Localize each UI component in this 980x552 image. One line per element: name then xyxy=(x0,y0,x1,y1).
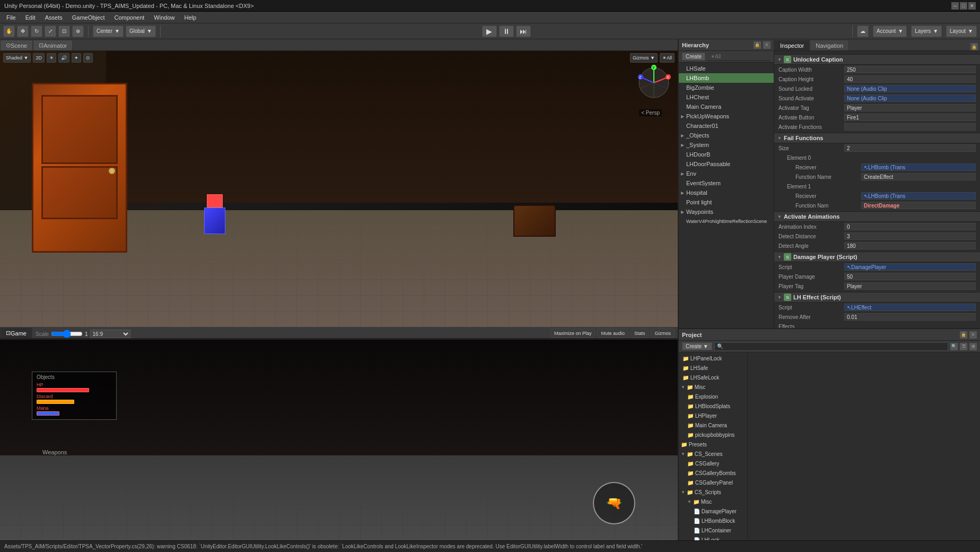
project-menu-btn[interactable]: ≡ xyxy=(969,331,977,339)
play-button[interactable]: ▶ xyxy=(482,25,497,37)
folder-cs-misc[interactable]: ▼ 📁 Misc xyxy=(679,497,747,506)
cloud-button[interactable]: ☁ xyxy=(857,25,869,37)
folder-csgallerybombs[interactable]: 📁 CSGalleryBombs xyxy=(679,468,747,478)
tab-inspector[interactable]: Inspector xyxy=(774,40,810,50)
folder-csgallerypanel[interactable]: 📁 CSGalleryPanel xyxy=(679,478,747,487)
maximize-on-play-btn[interactable]: Maximize on Play xyxy=(550,329,596,338)
folder-pickupbobby[interactable]: 📁 pickupbobbypins xyxy=(679,430,747,439)
hierarchy-item-water[interactable]: WaterV4ProNighttimeReflectionScene xyxy=(679,217,774,226)
hierarchy-item-lhdoorpassable[interactable]: LHDoorPassable xyxy=(679,159,774,169)
hierarchy-item-lhdoorb[interactable]: LHDoorB xyxy=(679,150,774,159)
transform-rect-tool[interactable]: ⊡ xyxy=(58,25,70,37)
account-dropdown[interactable]: Account ▼ xyxy=(873,25,907,37)
hierarchy-item-lhsafe[interactable]: LHSafe xyxy=(679,64,774,73)
folder-lhcontainer[interactable]: 📄 LHContainer xyxy=(679,525,747,535)
folder-csgallery[interactable]: 📁 CSGallery xyxy=(679,459,747,468)
tab-animator[interactable]: ⊡ Animator xyxy=(33,40,73,50)
scene-gizmos-dropdown[interactable]: Gizmos ▼ xyxy=(630,53,658,63)
folder-maincamera[interactable]: 📁 Main Camera xyxy=(679,420,747,430)
aspect-select[interactable]: 16:9 Free Aspect 4:3 xyxy=(90,330,130,338)
gizmos-btn[interactable]: Gizmos xyxy=(651,329,675,338)
close-button[interactable]: ✕ xyxy=(968,2,976,10)
step-button[interactable]: ⏭ xyxy=(516,25,531,37)
layout-dropdown[interactable]: Layout ▼ xyxy=(946,25,977,37)
folder-lhbombblock[interactable]: 📄 LHBombBlock xyxy=(679,516,747,525)
folder-lhbloodsplats[interactable]: 📁 LHBloodSplats xyxy=(679,401,747,411)
coord-mode-dropdown[interactable]: Global ▼ xyxy=(126,25,156,37)
tab-scene[interactable]: ⊙ Scene xyxy=(0,40,33,50)
project-lock-btn[interactable]: 🔒 xyxy=(960,331,967,339)
menu-file[interactable]: File xyxy=(2,13,20,22)
transform-hand-tool[interactable]: ✋ xyxy=(3,25,15,37)
hierarchy-item-maincamera[interactable]: Main Camera xyxy=(679,102,774,111)
scene-view[interactable]: Shaded ▼ 2D ☀ 🔊 ✦ ⊙ Gizmos ▼ ✶All < Pers… xyxy=(0,51,678,327)
hierarchy-item-env[interactable]: ▶ Env xyxy=(679,169,774,178)
hierarchy-item-waypoints[interactable]: ▶ Waypoints xyxy=(679,207,774,217)
hierarchy-menu-btn[interactable]: ≡ xyxy=(763,41,771,49)
maximize-button[interactable]: □ xyxy=(960,2,967,10)
hierarchy-item-system[interactable]: ▶ _System xyxy=(679,140,774,150)
folder-lhsafelock[interactable]: 📁 LHSafeLock xyxy=(679,373,747,382)
hierarchy-item-eventsystem[interactable]: EventSystem xyxy=(679,178,774,188)
mute-audio-btn[interactable]: Mute audio xyxy=(597,329,628,338)
folder-presets[interactable]: 📁 Presets xyxy=(679,439,747,449)
hierarchy-create-btn[interactable]: Create xyxy=(682,53,705,61)
folder-csscripts[interactable]: ▼ 📁 CS_Scripts xyxy=(679,487,747,497)
tab-game[interactable]: ⊡ Game xyxy=(0,327,32,338)
section-header-unlocked[interactable]: ▼ S Unlocked Caption xyxy=(774,54,980,65)
hierarchy-item-hospital[interactable]: ▶ Hospital xyxy=(679,188,774,197)
menu-assets[interactable]: Assets xyxy=(41,13,67,22)
transform-combined-tool[interactable]: ⊕ xyxy=(72,25,84,37)
game-view[interactable]: Objects HP Discard Mana Weapons 🔫 xyxy=(0,339,678,540)
scene-fx-button[interactable]: ✦ xyxy=(72,53,81,63)
hierarchy-item-objects[interactable]: ▶ _Objects xyxy=(679,131,774,140)
layers-dropdown[interactable]: Layers ▼ xyxy=(911,25,942,37)
pivot-mode-dropdown[interactable]: Center ▼ xyxy=(93,25,124,37)
inspector-lock-btn[interactable]: 🔒 xyxy=(970,43,978,50)
scale-slider[interactable] xyxy=(51,330,83,338)
transform-scale-tool[interactable]: ⤢ xyxy=(45,25,56,37)
transform-move-tool[interactable]: ✥ xyxy=(17,25,29,37)
menu-gameobject[interactable]: GameObject xyxy=(68,13,109,22)
hierarchy-search-input[interactable] xyxy=(707,53,771,61)
hierarchy-item-lhchest[interactable]: LHChest xyxy=(679,92,774,102)
menu-window[interactable]: Window xyxy=(150,13,179,22)
project-search-input[interactable] xyxy=(714,342,948,351)
menu-component[interactable]: Component xyxy=(110,13,148,22)
folder-damageplayer[interactable]: 📄 DamagePlayer xyxy=(679,506,747,516)
folder-lhpanellock[interactable]: 📁 LHPanelLock xyxy=(679,353,747,363)
hierarchy-item-pointlight[interactable]: Point light xyxy=(679,197,774,207)
stats-btn[interactable]: Stats xyxy=(631,329,649,338)
scene-shading-dropdown[interactable]: Shaded ▼ xyxy=(3,53,31,63)
scene-audio-button[interactable]: 🔊 xyxy=(58,53,69,63)
section-header-lheffect[interactable]: ▼ S LH Effect (Script) xyxy=(774,292,980,303)
project-grid-btn[interactable]: ⊞ xyxy=(969,343,977,350)
hierarchy-item-character01[interactable]: Character01 xyxy=(679,121,774,131)
project-list-btn[interactable]: ☰ xyxy=(960,343,967,350)
minimize-button[interactable]: ─ xyxy=(951,2,959,10)
scene-all-btn[interactable]: ✶All xyxy=(660,53,675,63)
project-create-btn[interactable]: Create ▼ xyxy=(682,342,712,350)
section-header-damage[interactable]: ▼ S Damage Player (Script) xyxy=(774,252,980,262)
hierarchy-item-pickupweapons[interactable]: ▶ PickUpWeapons xyxy=(679,111,774,121)
tab-navigation[interactable]: Navigation xyxy=(810,40,849,50)
hierarchy-lock-btn[interactable]: 🔒 xyxy=(754,41,761,49)
section-header-fail[interactable]: ▼ Fail Functions xyxy=(774,133,980,143)
folder-lhlock[interactable]: 📄 LHLock xyxy=(679,535,747,540)
menu-edit[interactable]: Edit xyxy=(21,13,40,22)
menu-help[interactable]: Help xyxy=(180,13,200,22)
folder-misc[interactable]: ▼ 📁 Misc xyxy=(679,382,747,392)
scene-2d-button[interactable]: 2D xyxy=(33,53,45,63)
folder-csscenes[interactable]: ▼ 📁 CS_Scenes xyxy=(679,449,747,459)
hierarchy-item-lhbomb[interactable]: LHBomb xyxy=(679,73,774,83)
folder-explosion[interactable]: 📁 Explosion xyxy=(679,392,747,401)
section-header-animations[interactable]: ▼ Activate Animations xyxy=(774,211,980,222)
pause-button[interactable]: ⏸ xyxy=(499,25,514,37)
hierarchy-item-bigzombie[interactable]: BigZombie xyxy=(679,83,774,92)
folder-lhplayer[interactable]: 📁 LHPlayer xyxy=(679,411,747,420)
transform-rotate-tool[interactable]: ↻ xyxy=(31,25,42,37)
scene-lighting-button[interactable]: ☀ xyxy=(47,53,56,63)
scene-scene-btn[interactable]: ⊙ xyxy=(83,53,93,63)
folder-lhsafe[interactable]: 📁 LHSafe xyxy=(679,363,747,373)
project-search-btn[interactable]: 🔍 xyxy=(950,343,958,350)
